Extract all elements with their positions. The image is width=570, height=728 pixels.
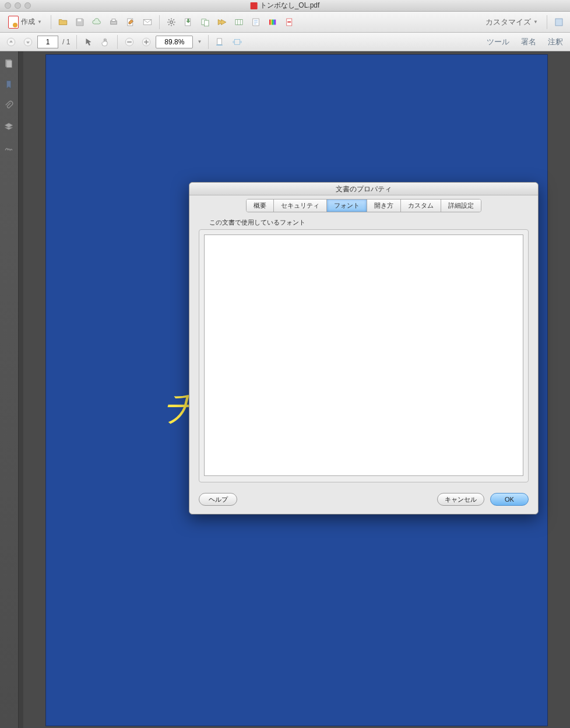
save-button[interactable] [72, 15, 87, 30]
printer-icon [108, 16, 119, 28]
export-button[interactable] [181, 15, 196, 30]
edit-button[interactable] [123, 15, 138, 30]
svg-rect-18 [555, 19, 562, 26]
svg-rect-0 [78, 19, 81, 21]
share-icon [216, 16, 228, 28]
color-button[interactable] [265, 15, 280, 30]
select-tool[interactable] [81, 34, 96, 50]
edit-icon [125, 16, 136, 28]
comment-link[interactable]: 注釈 [544, 37, 567, 47]
ok-button[interactable]: OK [490, 493, 529, 506]
organize-button[interactable] [231, 15, 247, 30]
fit-width-button[interactable] [230, 34, 245, 50]
separator [159, 15, 160, 29]
bookmarks-button[interactable] [3, 79, 15, 91]
share-button[interactable] [214, 15, 230, 30]
dialog-body: この文書で使用しているフォント [189, 212, 538, 487]
svg-rect-9 [235, 19, 242, 24]
dropdown-icon: ▼ [197, 39, 202, 44]
svg-rect-28 [235, 39, 240, 44]
zoom-dropdown[interactable]: ▼ [195, 34, 204, 50]
dialog-footer: ヘルプ キャンセル OK [189, 487, 538, 514]
svg-rect-12 [270, 19, 272, 24]
redact-button[interactable] [282, 15, 297, 30]
gear-icon [166, 16, 177, 28]
create-button-label: 作成 [21, 17, 35, 27]
dropdown-icon: ▼ [37, 19, 42, 24]
redact-icon [284, 16, 295, 28]
pdf-icon [251, 2, 258, 9]
fonts-list[interactable] [204, 235, 523, 476]
zoom-out-icon [124, 36, 135, 48]
page-up-button[interactable] [3, 34, 19, 50]
svg-rect-8 [204, 20, 209, 26]
tools-link[interactable]: ツール [483, 37, 513, 47]
signatures-button[interactable] [3, 142, 15, 154]
svg-rect-13 [272, 19, 273, 24]
gutter [19, 51, 23, 728]
svg-rect-15 [275, 19, 276, 24]
window-title: トンボなし_OL.pdf [251, 1, 320, 10]
organize-icon [233, 16, 245, 28]
zoom-input[interactable] [156, 36, 193, 48]
separator [76, 35, 77, 49]
cursor-icon [83, 36, 94, 48]
layers-button[interactable] [3, 121, 15, 133]
open-button[interactable] [55, 15, 71, 30]
zoom-out-button[interactable] [122, 34, 137, 50]
tab-advanced[interactable]: 詳細設定 [441, 200, 481, 212]
svg-rect-2 [112, 19, 115, 21]
print-button[interactable] [106, 15, 121, 30]
separator [208, 35, 209, 49]
combine-icon [199, 16, 211, 28]
cloud-icon [91, 16, 103, 28]
close-window-button[interactable] [5, 2, 11, 9]
page-down-button[interactable] [20, 34, 36, 50]
form-button[interactable] [248, 15, 263, 30]
create-button[interactable]: 作成 ▼ [3, 15, 47, 30]
cloud-button[interactable] [89, 15, 104, 30]
nav-strip [0, 51, 19, 728]
tab-custom[interactable]: カスタム [401, 200, 441, 212]
zoom-in-button[interactable] [139, 34, 154, 50]
arrow-up-icon [5, 36, 17, 48]
help-button[interactable]: ヘルプ [199, 493, 237, 506]
create-pdf-icon [8, 16, 19, 29]
page-number-input[interactable] [37, 36, 58, 48]
attachments-button[interactable] [3, 100, 15, 112]
cancel-button[interactable]: キャンセル [437, 493, 484, 506]
page-total: / 1 [62, 38, 70, 46]
toolbar-page: / 1 ▼ ツール 署名 注釈 [0, 33, 570, 51]
svg-rect-25 [146, 40, 147, 44]
customize-label: カスタマイズ [485, 17, 531, 27]
svg-rect-26 [217, 38, 222, 45]
form-icon [250, 16, 262, 28]
tab-initial-view[interactable]: 開き方 [367, 200, 401, 212]
rainbow-icon [267, 16, 279, 28]
tab-fonts[interactable]: フォント [327, 200, 367, 212]
tab-summary[interactable]: 概要 [247, 200, 274, 212]
separator [117, 35, 118, 49]
tab-security[interactable]: セキュリティ [274, 200, 327, 212]
separator [51, 15, 51, 29]
save-icon [74, 16, 86, 28]
window-titlebar: トンボなし_OL.pdf [0, 0, 570, 12]
settings-button[interactable] [164, 15, 179, 30]
svg-rect-27 [217, 44, 223, 46]
right-panel-links: ツール 署名 注釈 [483, 37, 567, 47]
combine-button[interactable] [198, 15, 213, 30]
fonts-section-label: この文書で使用しているフォント [199, 218, 529, 227]
dialog-tabs: 概要 セキュリティ フォント 開き方 カスタム 詳細設定 [189, 195, 538, 212]
thumbnails-button[interactable] [3, 58, 15, 70]
customize-button[interactable]: カスタマイズ ▼ [481, 17, 543, 27]
sign-link[interactable]: 署名 [518, 37, 540, 47]
minimize-window-button[interactable] [15, 2, 21, 9]
export-icon [182, 16, 194, 28]
traffic-lights [0, 2, 31, 9]
zoom-window-button[interactable] [24, 2, 31, 9]
email-button[interactable] [140, 15, 155, 30]
envelope-icon [142, 16, 153, 28]
expand-button[interactable] [551, 15, 567, 30]
fit-page-button[interactable] [213, 34, 228, 50]
hand-tool[interactable] [98, 34, 113, 50]
